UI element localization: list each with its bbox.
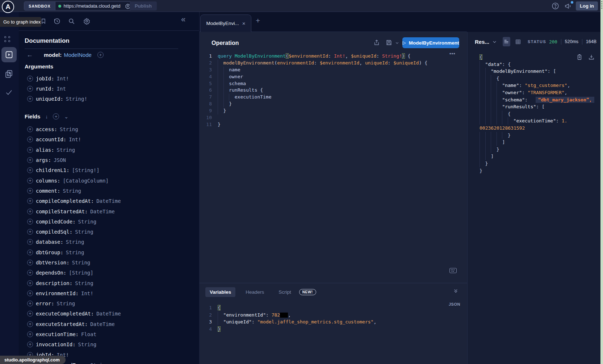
field-type[interactable]: String	[75, 280, 93, 286]
schema-field-row[interactable]: +compileCompletedAt:DateTime	[19, 196, 199, 206]
new-tab-button[interactable]: +	[256, 16, 260, 25]
field-type[interactable]: Int	[57, 86, 66, 92]
tab-headers[interactable]: Headers	[241, 287, 268, 297]
operation-editor[interactable]: 1query ModelByEnvironment($environmentId…	[200, 53, 467, 128]
field-type[interactable]: Float	[81, 331, 96, 337]
schema-field-row[interactable]: +executeStartedAt:DateTime	[19, 319, 199, 329]
field-type[interactable]: DateTime	[96, 311, 121, 317]
code-line[interactable]: }	[480, 167, 599, 175]
schema-field-row[interactable]: +compileStartedAt:DateTime	[19, 206, 199, 216]
code-line[interactable]: ]	[480, 139, 599, 146]
schema-field-row[interactable]: +invocationId:String	[19, 339, 199, 350]
code-line[interactable]: "data": {	[480, 61, 599, 68]
field-type[interactable]: String	[66, 239, 84, 245]
schema-field-row[interactable]: +childrenL1:[String!]	[19, 165, 199, 175]
table-view-button[interactable]	[515, 39, 521, 45]
code-line[interactable]: "schema": “dbt_mary_jackson”,	[480, 96, 599, 104]
add-field-icon[interactable]: +	[27, 301, 33, 306]
add-field-icon[interactable]: +	[27, 229, 33, 235]
add-field-icon[interactable]: +	[27, 167, 33, 173]
field-type[interactable]: [CatalogColumn]	[63, 178, 108, 184]
apollo-logo[interactable]: A	[2, 1, 14, 13]
schema-field-row[interactable]: +error:String	[19, 298, 199, 309]
code-line[interactable]: 8}	[200, 101, 467, 108]
publish-button[interactable]: Publish	[130, 1, 157, 11]
add-field-icon[interactable]: +	[27, 321, 33, 327]
tab-script[interactable]: Script	[274, 287, 296, 297]
extension-scroll-strip[interactable]	[600, 0, 603, 364]
graph-index-icon[interactable]	[4, 36, 11, 42]
login-button[interactable]: Log in	[576, 1, 598, 11]
schema-field-row[interactable]: +accountId:Int!	[19, 134, 199, 145]
operation-collections-icon[interactable]	[4, 69, 13, 79]
code-line[interactable]: 5schema	[200, 80, 467, 87]
field-type[interactable]: String	[72, 260, 91, 265]
save-icon[interactable]	[386, 39, 392, 46]
code-line[interactable]: "runResults": [	[480, 103, 599, 110]
schema-field-row[interactable]: +jobId:Int!	[19, 74, 199, 84]
code-line[interactable]: "executionTime": 1.	[480, 117, 599, 125]
schema-field-row[interactable]: +compiledCode:String	[19, 217, 199, 227]
code-line[interactable]: {	[480, 54, 599, 61]
schema-field-row[interactable]: +database:String	[19, 237, 199, 247]
help-icon[interactable]	[552, 2, 559, 10]
run-operation-button[interactable]: ▷ ModelByEnvironment	[402, 37, 459, 48]
response-title[interactable]: Res...	[475, 39, 489, 45]
endpoint-url-input[interactable]: https://metadata.cloud.getd	[55, 2, 136, 10]
schema-field-row[interactable]: +dbtVersion:String	[19, 258, 199, 268]
code-line[interactable]: "modelByEnvironment": [	[480, 68, 599, 75]
field-type[interactable]: DateTime	[90, 321, 114, 327]
collapse-docs-icon[interactable]: «	[181, 15, 185, 24]
add-field-icon[interactable]: +	[27, 290, 33, 296]
schema-field-row[interactable]: +access:String	[19, 124, 199, 134]
schema-field-row[interactable]: +dependsOn:[String]	[19, 268, 199, 278]
field-type[interactable]: Int!	[69, 137, 81, 142]
add-field-icon[interactable]: +	[27, 219, 33, 225]
add-field-icon[interactable]: +	[27, 198, 33, 204]
schema-field-row[interactable]: +runId:Int	[19, 84, 199, 94]
field-type[interactable]: String	[57, 147, 75, 153]
add-field-icon[interactable]: +	[27, 137, 33, 142]
schema-field-row[interactable]: +description:String	[19, 278, 199, 288]
field-type[interactable]: String!	[66, 96, 87, 102]
field-type[interactable]: String	[90, 362, 109, 364]
schema-field-row[interactable]: +executionTime:Float	[19, 329, 199, 339]
field-type[interactable]: Int!	[81, 290, 93, 296]
code-line[interactable]: 3name	[200, 67, 467, 74]
field-type[interactable]: JSON	[54, 157, 66, 163]
add-field-icon[interactable]: +	[27, 209, 33, 214]
chevron-down-icon[interactable]: ⌄	[64, 114, 68, 120]
add-field-icon[interactable]: +	[27, 76, 33, 81]
code-line[interactable]: 11}	[200, 121, 467, 128]
field-type[interactable]: [String!]	[72, 167, 100, 173]
add-field-icon[interactable]: +	[27, 331, 33, 337]
schema-field-row[interactable]: +compiledSql:String	[19, 227, 199, 237]
tab-active[interactable]: ModelByEnvi... ×	[200, 14, 251, 32]
save-options-chevron-icon[interactable]	[395, 41, 399, 45]
field-type[interactable]: String	[78, 342, 97, 347]
sort-icon[interactable]: ↓	[45, 114, 48, 120]
bookmark-icon[interactable]	[41, 18, 46, 25]
field-type[interactable]: [String]	[69, 270, 93, 276]
code-line[interactable]: 1query ModelByEnvironment($environmentId…	[200, 53, 467, 60]
code-line[interactable]: 10	[200, 114, 467, 121]
code-line[interactable]: 4}	[200, 326, 467, 333]
code-line[interactable]: 4owner	[200, 74, 467, 80]
add-field-icon[interactable]: +	[27, 147, 33, 153]
code-line[interactable]: {	[480, 75, 599, 82]
field-type[interactable]: String	[63, 188, 81, 194]
schema-field-row[interactable]: +args:JSON	[19, 155, 199, 165]
add-field-icon[interactable]: +	[27, 188, 33, 194]
add-field-icon[interactable]: +	[27, 239, 33, 245]
search-icon[interactable]	[68, 18, 75, 25]
announcements-megaphone-icon[interactable]	[564, 2, 572, 10]
field-type[interactable]: String	[66, 250, 84, 255]
add-field-icon[interactable]: +	[27, 260, 33, 265]
back-arrow-icon[interactable]: ←	[26, 51, 33, 59]
share-icon[interactable]	[373, 39, 380, 46]
code-line[interactable]: {	[480, 110, 599, 118]
type-link[interactable]: ModelNode	[64, 52, 92, 58]
explorer-nav-item[interactable]	[1, 47, 17, 62]
code-line[interactable]: 2"environmentId": 782,	[200, 311, 467, 319]
schema-field-row[interactable]: +environmentId:Int!	[19, 288, 199, 298]
